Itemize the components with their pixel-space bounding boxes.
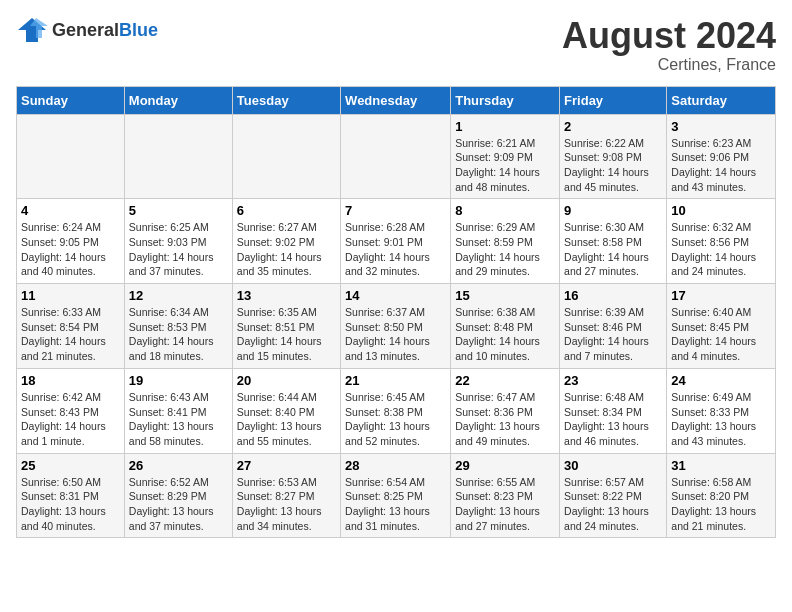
calendar-cell: 9Sunrise: 6:30 AMSunset: 8:58 PMDaylight… [560, 199, 667, 284]
day-number: 27 [237, 458, 336, 473]
calendar-cell: 11Sunrise: 6:33 AMSunset: 8:54 PMDayligh… [17, 284, 125, 369]
day-info: Sunrise: 6:40 AMSunset: 8:45 PMDaylight:… [671, 305, 771, 364]
calendar-header-row: SundayMondayTuesdayWednesdayThursdayFrid… [17, 86, 776, 114]
calendar-cell: 19Sunrise: 6:43 AMSunset: 8:41 PMDayligh… [124, 368, 232, 453]
calendar-cell: 2Sunrise: 6:22 AMSunset: 9:08 PMDaylight… [560, 114, 667, 199]
header-wednesday: Wednesday [341, 86, 451, 114]
calendar-cell [124, 114, 232, 199]
header-friday: Friday [560, 86, 667, 114]
day-number: 19 [129, 373, 228, 388]
calendar-cell: 31Sunrise: 6:58 AMSunset: 8:20 PMDayligh… [667, 453, 776, 538]
header-thursday: Thursday [451, 86, 560, 114]
day-info: Sunrise: 6:54 AMSunset: 8:25 PMDaylight:… [345, 475, 446, 534]
day-number: 17 [671, 288, 771, 303]
calendar-week-2: 4Sunrise: 6:24 AMSunset: 9:05 PMDaylight… [17, 199, 776, 284]
day-info: Sunrise: 6:35 AMSunset: 8:51 PMDaylight:… [237, 305, 336, 364]
calendar-cell: 29Sunrise: 6:55 AMSunset: 8:23 PMDayligh… [451, 453, 560, 538]
day-number: 24 [671, 373, 771, 388]
calendar-cell: 17Sunrise: 6:40 AMSunset: 8:45 PMDayligh… [667, 284, 776, 369]
header-sunday: Sunday [17, 86, 125, 114]
day-number: 6 [237, 203, 336, 218]
day-info: Sunrise: 6:21 AMSunset: 9:09 PMDaylight:… [455, 136, 555, 195]
calendar-cell: 14Sunrise: 6:37 AMSunset: 8:50 PMDayligh… [341, 284, 451, 369]
day-info: Sunrise: 6:45 AMSunset: 8:38 PMDaylight:… [345, 390, 446, 449]
calendar-cell: 18Sunrise: 6:42 AMSunset: 8:43 PMDayligh… [17, 368, 125, 453]
day-number: 25 [21, 458, 120, 473]
day-info: Sunrise: 6:32 AMSunset: 8:56 PMDaylight:… [671, 220, 771, 279]
day-number: 4 [21, 203, 120, 218]
day-number: 21 [345, 373, 446, 388]
header-tuesday: Tuesday [232, 86, 340, 114]
day-info: Sunrise: 6:55 AMSunset: 8:23 PMDaylight:… [455, 475, 555, 534]
day-number: 20 [237, 373, 336, 388]
day-number: 3 [671, 119, 771, 134]
day-info: Sunrise: 6:39 AMSunset: 8:46 PMDaylight:… [564, 305, 662, 364]
day-number: 13 [237, 288, 336, 303]
logo-blue: Blue [119, 20, 158, 40]
day-number: 2 [564, 119, 662, 134]
calendar-cell: 1Sunrise: 6:21 AMSunset: 9:09 PMDaylight… [451, 114, 560, 199]
day-info: Sunrise: 6:25 AMSunset: 9:03 PMDaylight:… [129, 220, 228, 279]
day-number: 12 [129, 288, 228, 303]
calendar-cell: 27Sunrise: 6:53 AMSunset: 8:27 PMDayligh… [232, 453, 340, 538]
day-number: 26 [129, 458, 228, 473]
day-info: Sunrise: 6:43 AMSunset: 8:41 PMDaylight:… [129, 390, 228, 449]
calendar-cell: 24Sunrise: 6:49 AMSunset: 8:33 PMDayligh… [667, 368, 776, 453]
calendar-cell: 12Sunrise: 6:34 AMSunset: 8:53 PMDayligh… [124, 284, 232, 369]
calendar-cell: 22Sunrise: 6:47 AMSunset: 8:36 PMDayligh… [451, 368, 560, 453]
month-title: August 2024 [562, 16, 776, 56]
day-info: Sunrise: 6:50 AMSunset: 8:31 PMDaylight:… [21, 475, 120, 534]
calendar-cell: 28Sunrise: 6:54 AMSunset: 8:25 PMDayligh… [341, 453, 451, 538]
calendar-cell: 7Sunrise: 6:28 AMSunset: 9:01 PMDaylight… [341, 199, 451, 284]
day-info: Sunrise: 6:58 AMSunset: 8:20 PMDaylight:… [671, 475, 771, 534]
logo-general: General [52, 20, 119, 40]
calendar-cell: 13Sunrise: 6:35 AMSunset: 8:51 PMDayligh… [232, 284, 340, 369]
day-number: 29 [455, 458, 555, 473]
calendar-cell: 5Sunrise: 6:25 AMSunset: 9:03 PMDaylight… [124, 199, 232, 284]
calendar-cell: 6Sunrise: 6:27 AMSunset: 9:02 PMDaylight… [232, 199, 340, 284]
calendar-cell: 20Sunrise: 6:44 AMSunset: 8:40 PMDayligh… [232, 368, 340, 453]
calendar-cell: 8Sunrise: 6:29 AMSunset: 8:59 PMDaylight… [451, 199, 560, 284]
day-info: Sunrise: 6:27 AMSunset: 9:02 PMDaylight:… [237, 220, 336, 279]
day-info: Sunrise: 6:52 AMSunset: 8:29 PMDaylight:… [129, 475, 228, 534]
calendar-table: SundayMondayTuesdayWednesdayThursdayFrid… [16, 86, 776, 539]
page-header: GeneralBlue August 2024 Certines, France [16, 16, 776, 74]
calendar-week-1: 1Sunrise: 6:21 AMSunset: 9:09 PMDaylight… [17, 114, 776, 199]
calendar-week-3: 11Sunrise: 6:33 AMSunset: 8:54 PMDayligh… [17, 284, 776, 369]
calendar-cell: 3Sunrise: 6:23 AMSunset: 9:06 PMDaylight… [667, 114, 776, 199]
calendar-cell: 16Sunrise: 6:39 AMSunset: 8:46 PMDayligh… [560, 284, 667, 369]
calendar-cell: 26Sunrise: 6:52 AMSunset: 8:29 PMDayligh… [124, 453, 232, 538]
calendar-cell: 10Sunrise: 6:32 AMSunset: 8:56 PMDayligh… [667, 199, 776, 284]
calendar-cell: 4Sunrise: 6:24 AMSunset: 9:05 PMDaylight… [17, 199, 125, 284]
day-number: 10 [671, 203, 771, 218]
day-number: 11 [21, 288, 120, 303]
day-number: 30 [564, 458, 662, 473]
calendar-week-4: 18Sunrise: 6:42 AMSunset: 8:43 PMDayligh… [17, 368, 776, 453]
day-info: Sunrise: 6:29 AMSunset: 8:59 PMDaylight:… [455, 220, 555, 279]
logo: GeneralBlue [16, 16, 158, 44]
day-number: 16 [564, 288, 662, 303]
day-info: Sunrise: 6:23 AMSunset: 9:06 PMDaylight:… [671, 136, 771, 195]
day-number: 8 [455, 203, 555, 218]
day-info: Sunrise: 6:53 AMSunset: 8:27 PMDaylight:… [237, 475, 336, 534]
calendar-cell: 21Sunrise: 6:45 AMSunset: 8:38 PMDayligh… [341, 368, 451, 453]
day-info: Sunrise: 6:30 AMSunset: 8:58 PMDaylight:… [564, 220, 662, 279]
header-monday: Monday [124, 86, 232, 114]
day-info: Sunrise: 6:24 AMSunset: 9:05 PMDaylight:… [21, 220, 120, 279]
day-info: Sunrise: 6:48 AMSunset: 8:34 PMDaylight:… [564, 390, 662, 449]
calendar-week-5: 25Sunrise: 6:50 AMSunset: 8:31 PMDayligh… [17, 453, 776, 538]
location-title: Certines, France [562, 56, 776, 74]
day-number: 28 [345, 458, 446, 473]
day-number: 22 [455, 373, 555, 388]
day-info: Sunrise: 6:49 AMSunset: 8:33 PMDaylight:… [671, 390, 771, 449]
calendar-cell [232, 114, 340, 199]
title-area: August 2024 Certines, France [562, 16, 776, 74]
header-saturday: Saturday [667, 86, 776, 114]
day-info: Sunrise: 6:57 AMSunset: 8:22 PMDaylight:… [564, 475, 662, 534]
logo-icon [16, 16, 48, 44]
day-number: 7 [345, 203, 446, 218]
day-info: Sunrise: 6:22 AMSunset: 9:08 PMDaylight:… [564, 136, 662, 195]
day-info: Sunrise: 6:37 AMSunset: 8:50 PMDaylight:… [345, 305, 446, 364]
day-number: 15 [455, 288, 555, 303]
day-number: 18 [21, 373, 120, 388]
